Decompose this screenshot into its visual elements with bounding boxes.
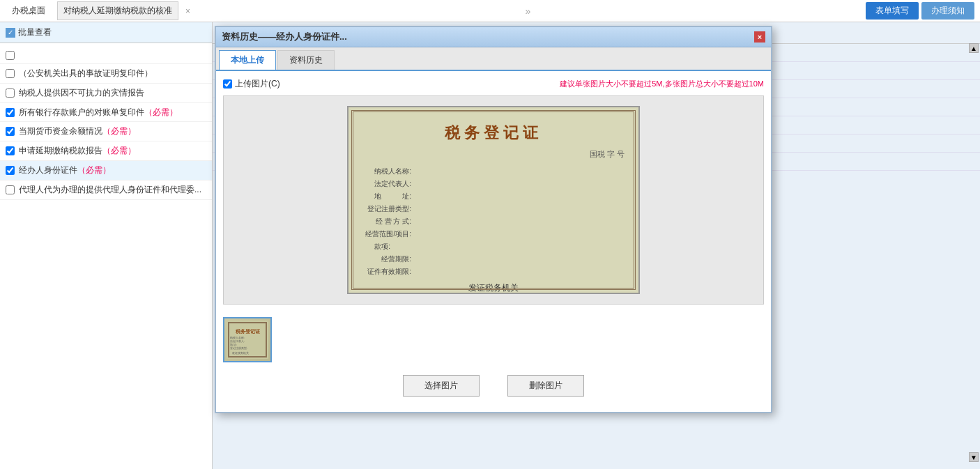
form-fill-button[interactable]: 表单填写 (866, 2, 919, 20)
checklist-label-7: 经办人身份证件（必需） (19, 164, 111, 176)
list-item: 纳税人提供因不可抗力的灾情报告 (0, 84, 212, 103)
thumbnail-1[interactable]: 税务登记证 纳税人名称: 法定代表人: 地 址: 登记注册类型: 发证税务机关 (223, 317, 272, 362)
cert-image: 税务登记证 国税 字 号 纳税人名称: 法定代表人: 地 址: (347, 106, 640, 294)
checklist-label-5: 当期货币资金余额情况（必需） (19, 125, 136, 137)
list-item (0, 46, 212, 64)
dialog-title: 资料历史——经办人身份证件... (222, 31, 347, 43)
svg-text:登记注册类型:: 登记注册类型: (230, 346, 247, 350)
svg-text:发证税务机关: 发证税务机关 (232, 351, 249, 355)
select-image-button[interactable]: 选择图片 (403, 375, 480, 397)
checklist-label-4: 所有银行存款账户的对账单复印件（必需） (19, 107, 178, 118)
required-badge-4: （必需） (144, 107, 178, 117)
checklist-checkbox-3[interactable] (6, 89, 15, 98)
process-notice-button[interactable]: 办理须知 (921, 2, 974, 20)
dialog-buttons: 选择图片 删除图片 (223, 369, 764, 405)
tab-arrows-icon: » (526, 6, 531, 17)
required-badge-6: （必需） (102, 146, 136, 155)
checklist-checkbox-4[interactable] (6, 108, 15, 117)
checklist-label-8: 代理人代为办理的提供代理人身份证件和代理委... (19, 184, 201, 196)
list-item: 当期货币资金余额情况（必需） (0, 122, 212, 141)
dialog-tabs: 本地上传 资料历史 (216, 47, 771, 71)
required-badge-7: （必需） (77, 165, 111, 175)
upload-checkbox[interactable] (223, 79, 232, 89)
checklist: （公安机关出具的事故证明复印件） 纳税人提供因不可抗力的灾情报告 所有银行存款账… (0, 43, 212, 469)
tab-history[interactable]: 资料历史 (277, 50, 335, 70)
tab-local-upload[interactable]: 本地上传 (219, 50, 276, 70)
right-scroll-up[interactable]: ▲ (969, 43, 979, 53)
dialog-body: 上传图片(C) 建议单张图片大小不要超过5M,多张图片总大小不要超过10M 税务… (216, 71, 771, 412)
right-scroll-down[interactable]: ▼ (969, 452, 979, 462)
checklist-checkbox-7[interactable] (6, 166, 15, 175)
dialog: 资料历史——经办人身份证件... × 本地上传 资料历史 上传图片(C) 建议单… (215, 26, 772, 413)
required-badge-5: （必需） (102, 126, 136, 136)
dialog-titlebar: 资料历史——经办人身份证件... × (216, 27, 771, 47)
top-bar: 办税桌面 对纳税人延期缴纳税款的核准 × » 表单填写 办理须知 (0, 0, 980, 22)
checklist-label-6: 申请延期缴纳税款报告（必需） (19, 145, 136, 157)
tab-close-icon[interactable]: × (185, 6, 190, 16)
checklist-checkbox-2[interactable] (6, 69, 15, 78)
tab-tax-defer[interactable]: 对纳税人延期缴纳税款的核准 (57, 1, 178, 20)
list-item: 代理人代为办理的提供代理人身份证件和代理委... (0, 180, 212, 200)
batch-view-label[interactable]: 批量查看 (18, 26, 52, 38)
left-panel: ✓ 批量查看 （公安机关出具的事故证明复印件） 纳税人提供因不可抗力的灾情报告 (0, 22, 213, 469)
batch-view-header: ✓ 批量查看 (0, 22, 212, 43)
batch-icon: ✓ (6, 28, 15, 38)
checklist-label-2: （公安机关出具的事故证明复印件） (19, 68, 153, 79)
upload-checkbox-label[interactable]: 上传图片(C) (223, 78, 280, 90)
upload-label-text: 上传图片(C) (235, 78, 280, 90)
checklist-label-3: 纳税人提供因不可抗力的灾情报告 (19, 87, 144, 99)
image-preview-area: 税务登记证 国税 字 号 纳税人名称: 法定代表人: 地 址: (223, 95, 764, 305)
thumbnail-inner-1: 税务登记证 纳税人名称: 法定代表人: 地 址: 登记注册类型: 发证税务机关 (224, 318, 270, 361)
checklist-checkbox-8[interactable] (6, 185, 15, 194)
list-item: 所有银行存款账户的对账单复印件（必需） (0, 103, 212, 123)
svg-text:税务登记证: 税务登记证 (235, 328, 261, 334)
list-item-selected: 经办人身份证件（必需） (0, 161, 212, 180)
upload-header: 上传图片(C) 建议单张图片大小不要超过5M,多张图片总大小不要超过10M (223, 78, 764, 90)
checklist-checkbox-5[interactable] (6, 127, 15, 136)
cert-border (351, 110, 636, 290)
checklist-checkbox-1[interactable] (6, 51, 15, 60)
tab-desktop[interactable]: 办税桌面 (6, 1, 52, 20)
dialog-close-button[interactable]: × (754, 31, 765, 43)
list-item: 申请延期缴纳税款报告（必需） (0, 141, 212, 161)
list-item: （公安机关出具的事故证明复印件） (0, 64, 212, 84)
upload-hint: 建议单张图片大小不要超过5M,多张图片总大小不要超过10M (560, 79, 764, 89)
thumbnail-strip: 税务登记证 纳税人名称: 法定代表人: 地 址: 登记注册类型: 发证税务机关 (223, 312, 764, 369)
top-right-buttons: 表单填写 办理须知 (866, 2, 974, 20)
delete-image-button[interactable]: 删除图片 (507, 375, 584, 397)
checklist-checkbox-6[interactable] (6, 146, 15, 155)
